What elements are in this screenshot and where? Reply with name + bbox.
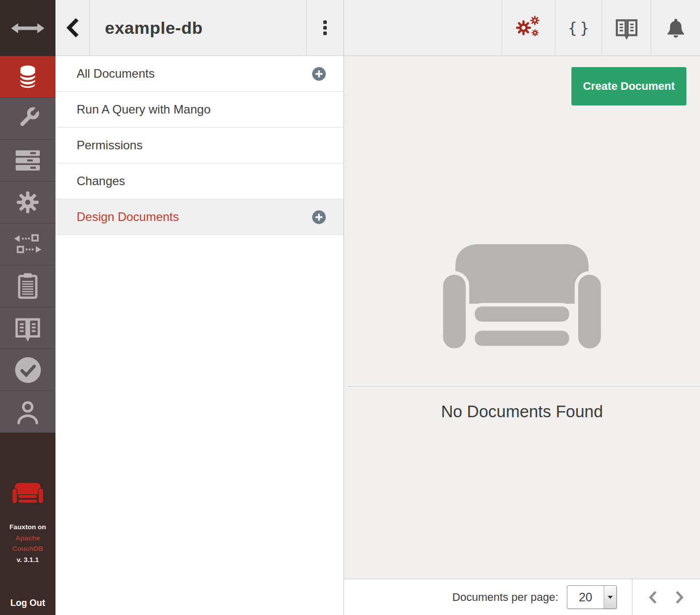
select-arrow-button[interactable] [604, 586, 616, 608]
server-stack-icon [16, 150, 40, 171]
sidebar-item-replication[interactable] [0, 223, 55, 265]
menu-item-design-documents[interactable]: Design Documents [55, 199, 343, 235]
pager-controls [632, 579, 700, 615]
per-page-label: Documents per page: [452, 591, 558, 604]
chevron-left-icon [649, 590, 657, 604]
sidebar-item-tasks[interactable] [0, 265, 55, 307]
gear-icon [15, 190, 40, 215]
caret-down-icon [608, 596, 613, 599]
gears-icon [515, 15, 542, 41]
menu-item-all-documents[interactable]: All Documents [55, 56, 343, 92]
notifications-button[interactable] [651, 0, 700, 55]
brand-line-couchdb: CouchDB [0, 543, 55, 554]
clipboard-icon [17, 272, 39, 300]
verify-check-icon [15, 357, 41, 383]
sidebar-item-active-tasks[interactable] [0, 140, 55, 182]
menu-item-permissions[interactable]: Permissions [55, 128, 343, 163]
primary-sidebar: Fauxton on Apache CouchDB v. 3.1.1 Log O… [0, 0, 55, 615]
menu-item-changes[interactable]: Changes [55, 163, 343, 199]
empty-couch-illustration [441, 244, 603, 353]
sidebar-nav [0, 56, 55, 433]
menu-item-label: Changes [77, 174, 125, 188]
database-panel: example-db All Documents Run A Query wit… [55, 0, 344, 615]
user-icon [15, 400, 40, 424]
brand-line-apache: Apache [0, 533, 55, 544]
menu-item-label: Run A Query with Mango [77, 102, 210, 117]
double-arrow-icon [11, 21, 44, 36]
documents-content: Create Document No Documents Found [344, 56, 700, 579]
brand-line-fauxton: Fauxton on [0, 522, 55, 533]
previous-page-button[interactable] [647, 588, 659, 606]
per-page-value: 20 [567, 586, 604, 608]
create-document-button[interactable]: Create Document [571, 67, 686, 105]
sidebar-footer: Fauxton on Apache CouchDB v. 3.1.1 Log O… [0, 433, 55, 615]
sidebar-item-documentation[interactable] [0, 307, 55, 349]
sidebar-item-setup[interactable] [0, 98, 55, 140]
database-menu: All Documents Run A Query with Mango Per… [55, 56, 343, 235]
brand-version: v. 3.1.1 [0, 554, 55, 566]
wrench-icon [14, 104, 42, 133]
menu-item-mango-query[interactable]: Run A Query with Mango [55, 92, 343, 128]
sidebar-item-verify[interactable] [0, 349, 55, 391]
chevron-left-icon [66, 18, 80, 38]
empty-state-message: No Documents Found [344, 402, 700, 421]
bell-icon [665, 17, 686, 39]
content-divider [348, 386, 700, 386]
overflow-menu-button[interactable] [320, 18, 330, 38]
brand-text: Fauxton on Apache CouchDB v. 3.1.1 [0, 522, 55, 565]
database-panel-header: example-db [55, 0, 343, 56]
json-braces-icon: {} [565, 19, 592, 37]
json-view-button[interactable]: {} [555, 0, 602, 55]
database-icon [15, 63, 41, 90]
main-header: {} [344, 0, 700, 56]
menu-item-label: Design Documents [77, 210, 179, 224]
menu-item-label: Permissions [77, 138, 143, 152]
database-settings-button[interactable] [502, 0, 555, 55]
sidebar-item-configuration[interactable] [0, 182, 55, 223]
chevron-right-icon [675, 590, 684, 604]
book-icon [14, 315, 41, 341]
replication-icon [14, 234, 42, 255]
fauxton-app: Fauxton on Apache CouchDB v. 3.1.1 Log O… [0, 0, 700, 615]
menu-item-label: All Documents [77, 67, 155, 81]
back-button[interactable] [55, 0, 90, 55]
main-area: {} Create Document No Documents Found [344, 0, 700, 615]
pagination-footer: Documents per page: 20 [344, 579, 700, 615]
couchdb-logo-icon [12, 483, 43, 504]
documentation-button[interactable] [602, 0, 651, 55]
sidebar-item-databases[interactable] [0, 56, 55, 98]
sidebar-collapse-button[interactable] [0, 0, 55, 56]
logout-button[interactable]: Log Out [0, 598, 55, 608]
add-circle-icon[interactable] [312, 210, 326, 224]
per-page-select[interactable]: 20 [567, 585, 617, 609]
next-page-button[interactable] [673, 588, 686, 606]
book-icon [615, 17, 638, 39]
sidebar-item-account[interactable] [0, 391, 55, 433]
database-title: example-db [105, 18, 203, 38]
header-divider [306, 0, 307, 55]
add-circle-icon[interactable] [312, 67, 326, 81]
